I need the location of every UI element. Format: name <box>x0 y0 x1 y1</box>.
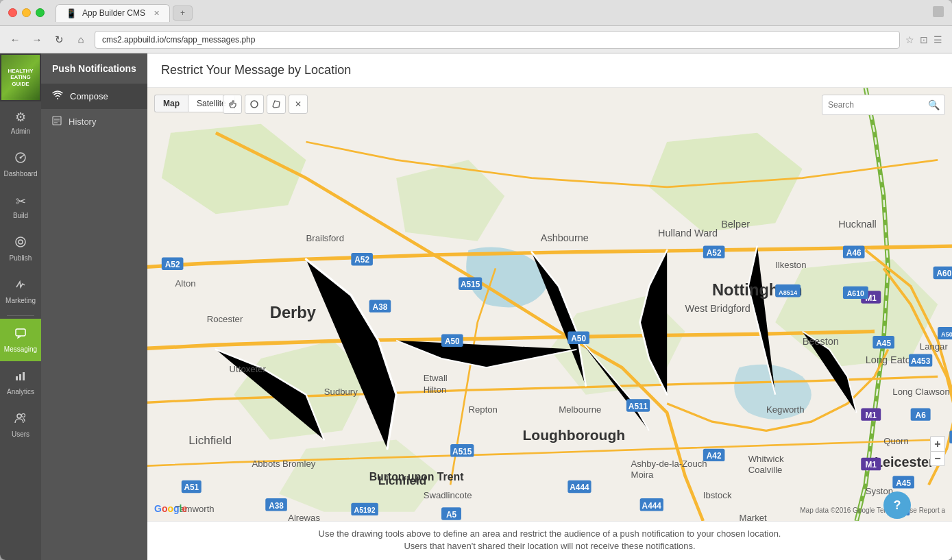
svg-text:Quorn: Quorn <box>883 436 909 446</box>
push-notifications-header: Push Notifications <box>41 53 147 84</box>
tab-area: 📱 App Builder CMS ✕ + <box>56 4 933 22</box>
svg-text:Hilton: Hilton <box>424 385 447 395</box>
svg-text:A444: A444 <box>642 501 662 511</box>
maximize-window-button[interactable] <box>36 8 45 17</box>
svg-text:Melbourne: Melbourne <box>559 404 601 415</box>
zoom-in-button[interactable]: + <box>930 436 945 451</box>
tab-close-button[interactable]: ✕ <box>154 9 160 18</box>
sidebar-item-publish[interactable]: Publish <box>0 228 41 270</box>
sidebar-item-users[interactable]: Users <box>0 404 41 446</box>
admin-icon: ⚙ <box>15 110 26 125</box>
map-container[interactable]: Nottingham West Bridgford Derby Loughbor… <box>147 88 952 521</box>
help-button[interactable]: ? <box>883 491 911 519</box>
sidebar-item-build[interactable]: ✂ Build <box>0 186 41 228</box>
svg-text:Lichfield: Lichfield <box>188 434 232 447</box>
svg-text:Rocester: Rocester <box>207 314 243 324</box>
svg-text:Hulland Ward: Hulland Ward <box>658 228 718 239</box>
svg-text:Belper: Belper <box>721 219 750 230</box>
svg-text:Hucknall: Hucknall <box>838 219 877 230</box>
tab-favicon-icon: 📱 <box>66 8 77 19</box>
svg-text:A50: A50 <box>571 334 586 343</box>
new-tab-button[interactable]: + <box>173 5 193 21</box>
svg-text:Ashbourne: Ashbourne <box>541 232 589 243</box>
sidebar-item-marketing[interactable]: Marketing <box>0 270 41 313</box>
svg-text:A42: A42 <box>707 451 722 461</box>
home-button[interactable]: ⌂ <box>73 32 89 48</box>
svg-text:A5006: A5006 <box>941 331 952 338</box>
clear-drawing-button[interactable]: ✕ <box>289 95 308 114</box>
address-bar-icons: ☆ ⊡ ☰ <box>905 34 942 45</box>
svg-text:Langar: Langar <box>920 341 949 352</box>
messaging-icon <box>14 327 27 343</box>
svg-text:M1: M1 <box>866 411 877 420</box>
svg-text:A444: A444 <box>570 483 589 492</box>
svg-text:Coalville: Coalville <box>748 465 783 475</box>
svg-text:Ibstock: Ibstock <box>703 490 732 500</box>
svg-text:A6: A6 <box>916 411 927 420</box>
draw-hand-tool[interactable] <box>223 95 242 114</box>
forward-button[interactable]: → <box>29 32 45 48</box>
zoom-out-button[interactable]: − <box>930 451 945 466</box>
sidebar-item-admin[interactable]: ⚙ Admin <box>0 101 41 143</box>
svg-text:A38: A38 <box>269 501 284 511</box>
svg-text:A511: A511 <box>628 402 648 411</box>
browser-tab[interactable]: 📱 App Builder CMS ✕ <box>56 4 170 22</box>
traffic-lights <box>8 8 45 17</box>
app-logo-image: HEALTHYEATINGGUIDE <box>1 55 40 100</box>
draw-polygon-tool[interactable] <box>267 95 286 114</box>
svg-text:Abbots Bromley: Abbots Bromley <box>252 459 316 469</box>
svg-text:Derby: Derby <box>270 304 317 321</box>
svg-text:Burton upon Trent: Burton upon Trent <box>369 471 464 483</box>
map-search-icon: 🔍 <box>928 99 940 110</box>
svg-point-3 <box>19 240 23 244</box>
google-logo: Google <box>154 503 187 514</box>
sidebar-item-analytics[interactable]: Analytics <box>0 361 41 404</box>
compose-label: Compose <box>70 91 108 101</box>
menu-icon[interactable]: ☰ <box>933 34 942 45</box>
svg-text:A45: A45 <box>896 478 911 488</box>
svg-text:A453: A453 <box>911 356 931 366</box>
minimize-window-button[interactable] <box>22 8 31 17</box>
svg-text:A60: A60 <box>937 269 952 278</box>
svg-text:Swadlincote: Swadlincote <box>424 490 472 500</box>
history-icon <box>52 116 62 127</box>
draw-circle-tool[interactable] <box>245 95 264 114</box>
svg-rect-4 <box>16 329 25 336</box>
tab-title: App Builder CMS <box>82 8 145 18</box>
address-input[interactable] <box>95 31 900 49</box>
bookmark-icon[interactable]: ☆ <box>905 34 914 45</box>
svg-text:A52: A52 <box>165 260 180 269</box>
footer-line1: Use the drawing tools above to define an… <box>161 528 938 539</box>
map-background: Nottingham West Bridgford Derby Loughbor… <box>147 88 952 521</box>
close-window-button[interactable] <box>8 8 17 17</box>
map-view-button[interactable]: Map <box>154 95 188 112</box>
panel-header: Restrict Your Message by Location <box>147 53 952 88</box>
browser-window: 📱 App Builder CMS ✕ + ← → ↻ ⌂ ☆ ⊡ ☰ HEAL… <box>0 0 952 560</box>
svg-text:Beeston: Beeston <box>803 336 839 347</box>
dashboard-icon <box>14 151 27 167</box>
svg-text:A8514: A8514 <box>779 289 798 296</box>
map-search-input[interactable] <box>822 95 945 115</box>
map-drawing-tools: ✕ <box>223 95 308 114</box>
svg-text:A52: A52 <box>354 255 369 265</box>
svg-rect-7 <box>23 372 25 380</box>
svg-text:A515: A515 <box>452 447 472 456</box>
svg-text:Whitwick: Whitwick <box>748 454 784 464</box>
users-label: Users <box>12 430 29 438</box>
svg-text:A5: A5 <box>446 510 457 520</box>
sidebar-item-dashboard[interactable]: Dashboard <box>0 143 41 186</box>
refresh-button[interactable]: ↻ <box>51 32 67 48</box>
svg-point-8 <box>17 414 21 418</box>
push-nav-compose[interactable]: Compose <box>41 84 147 109</box>
svg-text:Alrewas: Alrewas <box>288 513 320 521</box>
back-button[interactable]: ← <box>7 32 23 48</box>
svg-text:Long Clawson: Long Clawson <box>892 387 949 397</box>
svg-text:Etwall: Etwall <box>424 373 448 383</box>
screen-icon[interactable]: ⊡ <box>920 34 928 45</box>
svg-text:Moira: Moira <box>631 470 655 480</box>
svg-text:Sudbury: Sudbury <box>324 387 358 397</box>
sidebar-item-messaging[interactable]: Messaging <box>0 319 41 361</box>
left-sidebar: HEALTHYEATINGGUIDE ⚙ Admin Dashboard <box>0 53 41 560</box>
build-label: Build <box>13 212 28 219</box>
push-nav-history[interactable]: History <box>41 109 147 134</box>
